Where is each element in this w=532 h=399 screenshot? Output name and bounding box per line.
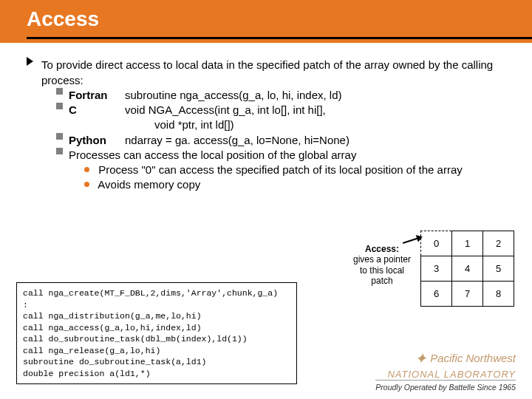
grid-cell-7: 7 — [452, 282, 483, 307]
square-bullet-icon — [56, 103, 63, 109]
title-underline — [27, 37, 532, 39]
access-annotation: Access: gives a pointer to this local pa… — [349, 244, 415, 287]
grid-cell-3: 3 — [421, 256, 452, 282]
grid-cell-6: 6 — [421, 282, 452, 307]
processes-line: Processes can access the local position … — [69, 148, 356, 163]
slide-title: Access — [27, 7, 532, 31]
dot-bullet-icon — [84, 167, 89, 172]
patch-grid: 0 1 2 3 4 5 6 7 8 — [420, 231, 514, 307]
grid-cell-1: 1 — [452, 231, 483, 256]
arrow-icon — [403, 236, 421, 244]
lab-logo-text: ✦Pacific Northwest NATIONAL LABORATORY — [375, 349, 516, 380]
grid-cell-0: 0 — [421, 231, 452, 256]
code-line: call nga_release(g_a,lo,hi) — [23, 345, 290, 357]
fortran-signature: subroutine nga_access(g_a, lo, hi, index… — [125, 88, 342, 103]
code-line: subroutine do_subroutine_task(a,ld1) — [23, 356, 290, 368]
grid-cell-2: 2 — [483, 231, 514, 256]
slide-content: To provide direct access to local data i… — [0, 43, 532, 193]
square-bullet-icon — [56, 133, 63, 140]
code-line: call nga_distribution(g_a,me,lo,hi) — [23, 310, 290, 322]
access-rest: gives a pointer to this local patch — [353, 254, 411, 286]
square-bullet-icon — [56, 88, 63, 95]
divider-line — [375, 380, 516, 381]
code-line: : — [23, 299, 290, 311]
triangle-bullet-icon — [27, 57, 33, 66]
python-label: Python — [69, 133, 125, 148]
slide-footer: ✦Pacific Northwest NATIONAL LABORATORY P… — [375, 349, 516, 392]
grid-cell-8: 8 — [483, 282, 514, 307]
c-signature-line2: void *ptr, int ld[]) — [154, 117, 511, 132]
code-line: call nga_create(MT_F_DBL,2,dims,'Array',… — [23, 287, 290, 299]
main-bullet-text: To provide direct access to local data i… — [41, 58, 511, 88]
access-bold: Access: — [365, 244, 399, 254]
code-line: call nga_access(g_a,lo,hi,index,ld) — [23, 322, 290, 334]
fortran-label: Fortran — [69, 88, 125, 103]
avoid-copy-text: Avoids memory copy — [98, 178, 200, 191]
code-sample-box: call nga_create(MT_F_DBL,2,dims,'Array',… — [16, 282, 297, 384]
grid-cell-4: 4 — [452, 256, 483, 282]
python-signature: ndarray = ga. access(g_a, lo=None, hi=No… — [125, 133, 349, 148]
star-icon: ✦ — [415, 349, 427, 367]
code-line: call do_subroutine_task(dbl_mb(index),ld… — [23, 333, 290, 345]
slide-header: Access — [0, 0, 532, 43]
dot-bullet-icon — [84, 182, 89, 187]
code-line: double precision a(ld1,*) — [23, 368, 290, 380]
square-bullet-icon — [56, 148, 63, 154]
battelle-tagline: Proudly Operated by Battelle Since 1965 — [375, 383, 516, 392]
grid-cell-5: 5 — [483, 256, 514, 282]
process-zero-text: Process "0" can access the specified pat… — [98, 163, 463, 176]
c-signature-line1: void NGA_Access(int g_a, int lo[], int h… — [125, 103, 326, 117]
c-label: C — [69, 103, 125, 117]
